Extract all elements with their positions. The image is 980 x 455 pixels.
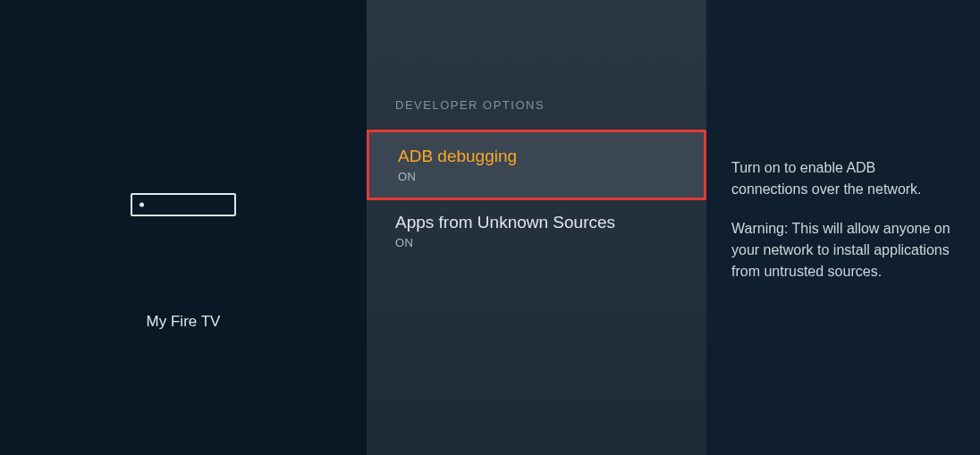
- option-adb-debugging[interactable]: ADB debugging ON: [367, 130, 706, 200]
- option-title: Apps from Unknown Sources: [395, 213, 678, 232]
- description-panel: Turn on to enable ADB connections over t…: [706, 0, 980, 455]
- section-header: DEVELOPER OPTIONS: [367, 98, 706, 130]
- left-panel: My Fire TV: [0, 0, 367, 455]
- option-title: ADB debugging: [398, 147, 675, 166]
- device-label: My Fire TV: [147, 313, 221, 331]
- description-text-2: Warning: This will allow anyone on your …: [731, 218, 955, 282]
- option-apps-unknown-sources[interactable]: Apps from Unknown Sources ON: [367, 200, 706, 264]
- options-panel: DEVELOPER OPTIONS ADB debugging ON Apps …: [367, 0, 706, 455]
- description-text-1: Turn on to enable ADB connections over t…: [731, 157, 955, 200]
- firetv-stick-icon: [131, 193, 236, 216]
- option-status: ON: [398, 170, 675, 183]
- option-status: ON: [395, 236, 678, 249]
